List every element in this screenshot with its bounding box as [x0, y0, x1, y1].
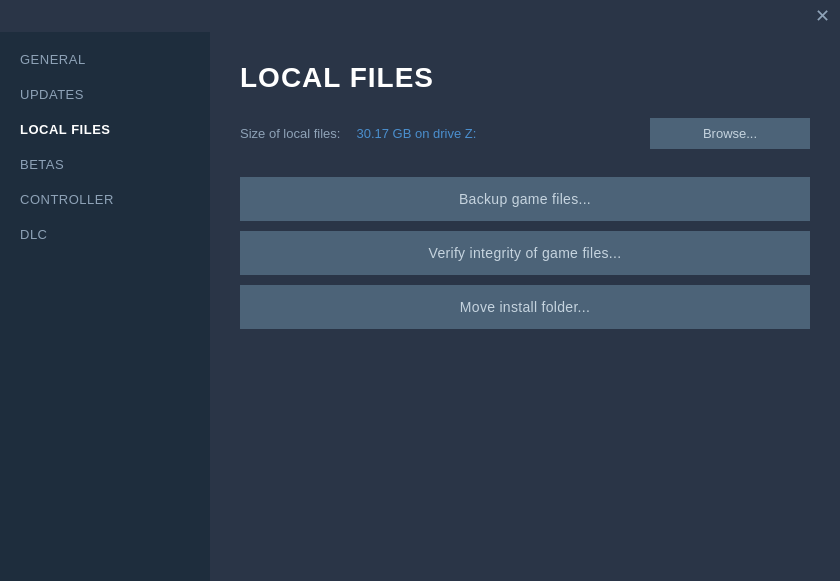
page-title: LOCAL FILES	[240, 62, 810, 94]
sidebar-item-updates[interactable]: UPDATES	[0, 77, 210, 112]
sidebar-item-betas[interactable]: BETAS	[0, 147, 210, 182]
sidebar-item-local-files[interactable]: LOCAL FILES	[0, 112, 210, 147]
title-bar: ✕	[0, 0, 840, 32]
sidebar-item-controller[interactable]: CONTROLLER	[0, 182, 210, 217]
main-content: GENERAL UPDATES LOCAL FILES BETAS CONTRO…	[0, 32, 840, 581]
content-area: LOCAL FILES Size of local files: 30.17 G…	[210, 32, 840, 581]
size-label: Size of local files:	[240, 126, 340, 141]
browse-button[interactable]: Browse...	[650, 118, 810, 149]
close-button[interactable]: ✕	[812, 6, 832, 26]
sidebar-item-general[interactable]: GENERAL	[0, 42, 210, 77]
dialog: ✕ GENERAL UPDATES LOCAL FILES BETAS CONT…	[0, 0, 840, 581]
move-button[interactable]: Move install folder...	[240, 285, 810, 329]
sidebar: GENERAL UPDATES LOCAL FILES BETAS CONTRO…	[0, 32, 210, 581]
sidebar-item-dlc[interactable]: DLC	[0, 217, 210, 252]
info-row: Size of local files: 30.17 GB on drive Z…	[240, 118, 810, 149]
size-value[interactable]: 30.17 GB on drive Z:	[356, 126, 476, 141]
verify-button[interactable]: Verify integrity of game files...	[240, 231, 810, 275]
backup-button[interactable]: Backup game files...	[240, 177, 810, 221]
